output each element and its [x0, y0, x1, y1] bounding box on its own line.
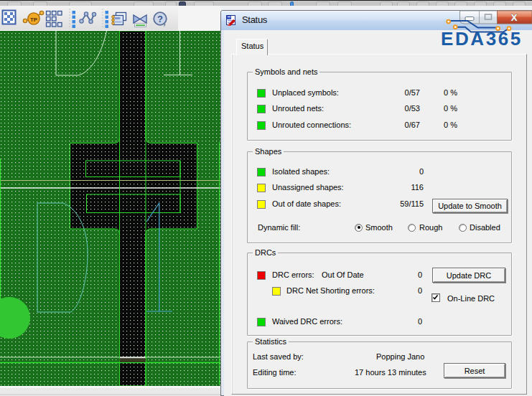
svg-text:X: X: [511, 12, 518, 23]
svg-text:TP: TP: [30, 16, 38, 23]
svg-text:?: ?: [157, 14, 163, 24]
